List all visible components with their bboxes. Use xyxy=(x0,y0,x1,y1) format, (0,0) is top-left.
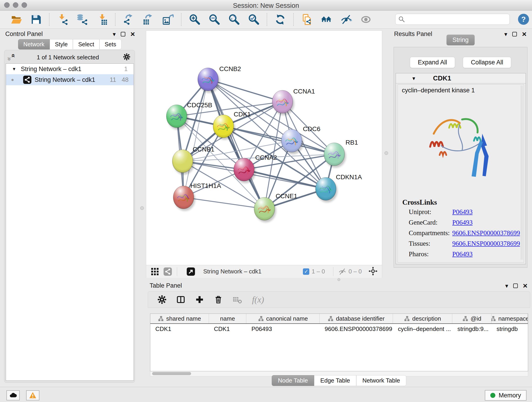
table-panel-collapse-icon[interactable]: ▾ xyxy=(505,283,508,289)
tab-style[interactable]: Style xyxy=(50,39,73,50)
crosslink-link[interactable]: P06493 xyxy=(452,219,473,226)
control-panel: Control Panel ▾ × NetworkStyleSelectSets… xyxy=(3,29,137,384)
column-header-canonical-name[interactable]: canonical name xyxy=(246,314,320,323)
first-neighbors-button[interactable] xyxy=(320,12,333,27)
node-CCNA1[interactable] xyxy=(272,90,294,115)
node-CDK1[interactable] xyxy=(213,115,235,140)
expand-all-networks-icon[interactable]: » xyxy=(9,57,16,58)
edge-CCNB2-CCNE1[interactable] xyxy=(208,79,264,209)
node-CCNA2[interactable] xyxy=(234,158,256,183)
crosslink-link[interactable]: 9606.ENSP00000378699 xyxy=(452,240,520,247)
cdk1-section-header[interactable]: ▾ CDK1 xyxy=(396,73,526,83)
expand-all-button[interactable]: Expand All xyxy=(410,57,455,68)
network-options-gear-icon[interactable] xyxy=(123,53,131,62)
collection-expand-icon[interactable]: ▾ xyxy=(13,66,15,72)
collapse-all-button[interactable]: Collapse All xyxy=(463,57,511,68)
table-panel-float-icon[interactable] xyxy=(513,283,518,288)
table-panel-close-icon[interactable]: × xyxy=(523,283,527,289)
show-all-button[interactable] xyxy=(359,12,373,27)
crosslink-row: Tissues: 9606.ENSP00000378699 xyxy=(398,238,524,249)
control-panel-float-icon[interactable] xyxy=(121,32,125,36)
fit-selected-crosshair-icon[interactable] xyxy=(368,266,378,277)
node-CCNB2[interactable] xyxy=(198,68,220,93)
edge-HIST1H1A-CCNE1[interactable] xyxy=(184,197,264,209)
help-button[interactable]: ? xyxy=(518,14,529,25)
hide-selected-button[interactable] xyxy=(339,12,353,27)
table-columns-button[interactable] xyxy=(176,295,186,304)
warnings-button[interactable] xyxy=(26,390,39,400)
cell--id: stringdb:9... xyxy=(452,324,491,334)
duplicate-network-button[interactable] xyxy=(300,12,314,27)
import-network-database-button[interactable] xyxy=(75,12,89,27)
selected-count-badge: 1 – 0 xyxy=(312,268,325,275)
grid-view-icon[interactable] xyxy=(151,268,159,276)
node-CDC25B[interactable] xyxy=(166,105,188,130)
column-header-shared-name[interactable]: shared name xyxy=(150,314,209,323)
control-panel-close-icon[interactable]: × xyxy=(130,31,135,37)
search-box[interactable] xyxy=(395,14,510,25)
table-remove-grid-button[interactable] xyxy=(232,295,242,304)
tab-sets[interactable]: Sets xyxy=(99,39,121,50)
network-view-toolbar: String Network – cdk1 ✓ 1 – 0 0 – 0 xyxy=(146,265,382,278)
node-HIST1H1A[interactable] xyxy=(173,186,195,211)
export-table-button[interactable] xyxy=(141,12,155,27)
left-splitter-handle[interactable] xyxy=(140,206,144,210)
results-panel-float-icon[interactable] xyxy=(512,32,517,36)
table-row[interactable]: CDK1CDK1P064939606.ENSP00000378699cyclin… xyxy=(150,324,528,334)
import-table-file-button[interactable] xyxy=(95,12,109,27)
import-network-file-button[interactable] xyxy=(56,12,70,27)
tab-network-table[interactable]: Network Table xyxy=(356,375,406,386)
results-panel-close-icon[interactable]: × xyxy=(522,31,526,37)
zoom-selected-button[interactable] xyxy=(247,12,260,27)
export-network-button[interactable] xyxy=(122,12,135,27)
control-panel-tabs: NetworkStyleSelectSets xyxy=(3,39,137,50)
column-header-description[interactable]: description xyxy=(393,314,452,323)
node-RB1[interactable] xyxy=(324,143,346,168)
table-add-button[interactable] xyxy=(195,295,204,304)
save-session-button[interactable] xyxy=(29,12,43,27)
control-panel-collapse-icon[interactable]: ▾ xyxy=(113,31,116,37)
zoom-fit-button[interactable] xyxy=(227,12,241,27)
memory-button[interactable]: Memory xyxy=(485,390,526,401)
column-header-database-identifier[interactable]: database identifier xyxy=(320,314,393,323)
node-CCNE1[interactable] xyxy=(254,197,276,222)
results-panel-collapse-icon[interactable]: ▾ xyxy=(504,31,507,37)
refresh-view-button[interactable] xyxy=(273,12,287,27)
cdk1-expand-icon[interactable]: ▾ xyxy=(412,75,415,82)
column-network-icon xyxy=(158,316,164,322)
function-builder-button[interactable]: f(x) xyxy=(252,294,264,305)
tab-string[interactable]: String xyxy=(447,35,475,45)
tab-node-table[interactable]: Node Table xyxy=(272,375,314,386)
search-input[interactable] xyxy=(407,16,510,23)
network-collection-row[interactable]: ▾ String Network – cdk1 1 xyxy=(6,64,133,74)
zoom-out-button[interactable] xyxy=(207,12,221,27)
network-edge-count: 48 xyxy=(122,76,128,83)
table-delete-button[interactable] xyxy=(214,295,223,304)
toolbar-separator xyxy=(181,13,181,26)
node-CDKN1A[interactable] xyxy=(316,177,337,202)
tab-network[interactable]: Network xyxy=(18,39,50,50)
column-header-namespace[interactable]: namespace xyxy=(491,314,528,323)
zoom-in-button[interactable] xyxy=(188,12,201,27)
crosslink-link[interactable]: P06493 xyxy=(452,208,473,216)
cloud-button[interactable] xyxy=(6,390,20,400)
crosslink-link[interactable]: 9606.ENSP00000378699 xyxy=(452,229,520,237)
selected-nodes-checkbox-icon[interactable]: ✓ xyxy=(303,268,309,275)
scrollbar-thumb[interactable] xyxy=(152,372,191,375)
right-splitter-handle[interactable] xyxy=(385,151,388,155)
network-share-icon[interactable] xyxy=(164,268,172,276)
network-canvas[interactable]: CCNB2CCNA1CDC25BCDK1CDC6RB1CCNB1CCNA2CDK… xyxy=(146,31,382,265)
table-panel-title: Table Panel xyxy=(150,282,182,289)
column-header--id[interactable]: @id xyxy=(452,314,491,323)
table-delete-icon xyxy=(214,295,223,304)
open-session-button[interactable] xyxy=(9,12,23,27)
tab-edge-table[interactable]: Edge Table xyxy=(314,375,356,386)
column-header-name[interactable]: name xyxy=(209,314,247,323)
network-row-selected[interactable]: ● String Network – cdk1 11 48 xyxy=(6,74,133,85)
results-scrollbar[interactable] xyxy=(521,85,523,260)
table-gear-button[interactable] xyxy=(157,295,167,304)
tab-select[interactable]: Select xyxy=(73,39,99,50)
crosslink-link[interactable]: P06493 xyxy=(452,250,473,258)
birds-eye-view-icon[interactable] xyxy=(187,268,195,276)
export-image-button[interactable] xyxy=(161,12,175,27)
